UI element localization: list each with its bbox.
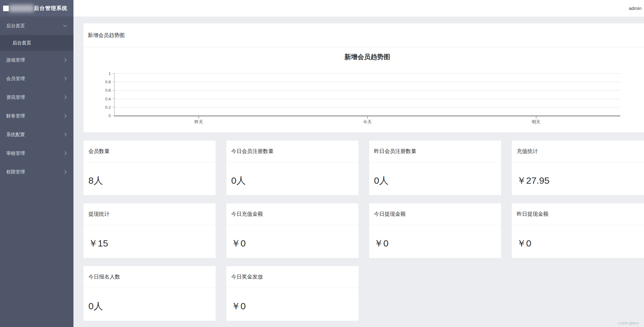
- chevron-right-icon: [63, 58, 66, 62]
- user-menu[interactable]: admin: [629, 6, 642, 11]
- y-axis-tick: [113, 99, 115, 99]
- sidebar-item-7[interactable]: 审核管理: [0, 144, 73, 163]
- stats-grid: 会员数量8人今日会员注册数量0人昨日会员注册数量0人充值统计￥27.95提现统计…: [83, 140, 644, 321]
- y-axis-label: 0.8: [97, 80, 111, 84]
- chevron-right-icon: [63, 95, 66, 99]
- stat-card: 今日报名人数0人: [83, 266, 216, 321]
- chevron-right-icon: [63, 170, 66, 173]
- sidebar-item-label: 游戏管理: [6, 57, 25, 63]
- sidebar-item-4[interactable]: 资讯管理: [0, 88, 73, 107]
- sidebar-item-2[interactable]: 游戏管理: [0, 51, 73, 69]
- stat-card-value: ￥0: [226, 288, 359, 321]
- sidebar-subitem[interactable]: 后台首页: [0, 35, 73, 50]
- chart-card-header: 新增会员趋势图: [83, 23, 644, 47]
- stat-card-label: 今日提现金额: [369, 203, 501, 225]
- stat-card: 充值统计￥27.95: [512, 140, 644, 195]
- stat-card-value: 0人: [83, 288, 216, 321]
- stat-card-label: 会员数量: [83, 140, 216, 162]
- stat-card: 昨日会员注册数量0人: [369, 140, 501, 195]
- sidebar-item-5[interactable]: 财务管理: [0, 107, 73, 125]
- stat-card-label: 昨日提现金额: [512, 203, 644, 225]
- stat-card-value: ￥0: [369, 225, 501, 258]
- stat-card-value: ￥0: [512, 225, 644, 258]
- stat-card: 今日奖金发放￥0: [226, 266, 359, 321]
- app-root: 后台管理系统 后台首页后台首页游戏管理会员管理资讯管理财务管理系统配置审核管理权…: [0, 0, 644, 327]
- sidebar-item-6[interactable]: 系统配置: [0, 125, 73, 144]
- chevron-right-icon: [63, 133, 66, 136]
- sidebar: 后台管理系统 后台首页后台首页游戏管理会员管理资讯管理财务管理系统配置审核管理权…: [0, 0, 73, 327]
- chart-region: 新增会员趋势图 10.80.60.40.20昨天今天明天: [83, 47, 644, 132]
- app-title: 后台管理系统: [34, 5, 68, 12]
- y-axis-label: 0: [97, 113, 111, 118]
- y-axis-label: 0.2: [97, 105, 111, 109]
- stat-card-value: ￥27.95: [512, 162, 644, 195]
- x-axis-tick: [199, 116, 199, 119]
- stat-card-value: 0人: [226, 162, 359, 195]
- stat-card-value: 8人: [83, 162, 216, 195]
- chart-gridline: [115, 107, 620, 108]
- logo[interactable]: 后台管理系统: [0, 0, 73, 16]
- chart-title: 新增会员趋势图: [114, 53, 620, 61]
- stat-card-value: ￥0: [226, 225, 359, 258]
- stat-card-label: 今日充值金额: [226, 203, 359, 225]
- stat-card: 今日充值金额￥0: [226, 203, 359, 258]
- logo-redacted-blur: [9, 5, 34, 12]
- x-axis-label: 明天: [532, 119, 540, 125]
- sidebar-item-label: 审核管理: [6, 150, 25, 156]
- chart-gridline: [115, 73, 620, 74]
- sidebar-item-label: 系统配置: [6, 132, 25, 138]
- content: 新增会员趋势图 新增会员趋势图 10.80.60.40.20昨天今天明天 会员数…: [73, 16, 644, 327]
- chevron-right-icon: [63, 151, 66, 155]
- sidebar-item-label: 财务管理: [6, 113, 25, 119]
- y-axis-label: 0.4: [97, 96, 111, 101]
- y-axis-tick: [113, 116, 115, 116]
- logo-icon: [3, 6, 9, 11]
- stat-card-value: 0人: [369, 162, 501, 195]
- stat-card-label: 充值统计: [512, 140, 644, 162]
- sidebar-item-8[interactable]: 权限管理: [0, 163, 73, 181]
- x-axis-tick: [367, 116, 368, 119]
- stat-card: 会员数量8人: [83, 140, 216, 195]
- main-column: admin 新增会员趋势图 新增会员趋势图 10.80.60.40.20昨天今天…: [73, 0, 644, 327]
- x-axis-tick: [536, 116, 536, 119]
- sidebar-menu: 后台首页后台首页游戏管理会员管理资讯管理财务管理系统配置审核管理权限管理: [0, 16, 73, 327]
- x-axis-label: 今天: [363, 119, 372, 125]
- y-axis-label: 0.6: [97, 88, 111, 93]
- stat-card-label: 今日会员注册数量: [226, 140, 359, 162]
- y-axis-tick: [113, 90, 115, 90]
- y-axis-tick: [113, 107, 115, 107]
- stat-card-label: 今日奖金发放: [226, 266, 359, 288]
- sidebar-item-label: 资讯管理: [6, 94, 25, 100]
- stat-card-label: 昨日会员注册数量: [369, 140, 501, 162]
- chart-gridline: [115, 90, 620, 90]
- chevron-right-icon: [63, 114, 66, 117]
- chart-gridline: [115, 99, 620, 99]
- y-axis-tick: [113, 82, 115, 82]
- sidebar-item-label: 后台首页: [6, 23, 25, 29]
- y-axis-tick: [113, 73, 115, 74]
- sidebar-submenu: 后台首页: [0, 35, 73, 51]
- chevron-down-icon: [63, 23, 67, 27]
- sidebar-item-label: 权限管理: [6, 169, 25, 175]
- stat-card-value: ￥15: [83, 225, 216, 258]
- stat-card: 今日会员注册数量0人: [226, 140, 359, 195]
- chart-card: 新增会员趋势图 新增会员趋势图 10.80.60.40.20昨天今天明天: [83, 23, 644, 132]
- stat-card-label: 提现统计: [83, 203, 216, 225]
- chart-gridline: [115, 82, 620, 82]
- sidebar-item-3[interactable]: 会员管理: [0, 69, 73, 88]
- y-axis-label: 1: [97, 71, 111, 76]
- chevron-right-icon: [63, 77, 66, 80]
- chart-plot: 10.80.60.40.20昨天今天明天: [114, 73, 620, 116]
- stat-card: 昨日提现金额￥0: [512, 203, 644, 258]
- x-axis-label: 昨天: [195, 119, 203, 125]
- stat-card: 提现统计￥15: [83, 203, 216, 258]
- sidebar-item-1[interactable]: 后台首页: [0, 16, 73, 35]
- topbar: admin: [73, 0, 644, 16]
- watermark: CSDN @fhrrf: [618, 321, 638, 325]
- stat-card-label: 今日报名人数: [83, 266, 216, 288]
- stat-card: 今日提现金额￥0: [369, 203, 501, 258]
- chart-card-title: 新增会员趋势图: [88, 32, 125, 39]
- sidebar-item-label: 会员管理: [6, 76, 25, 82]
